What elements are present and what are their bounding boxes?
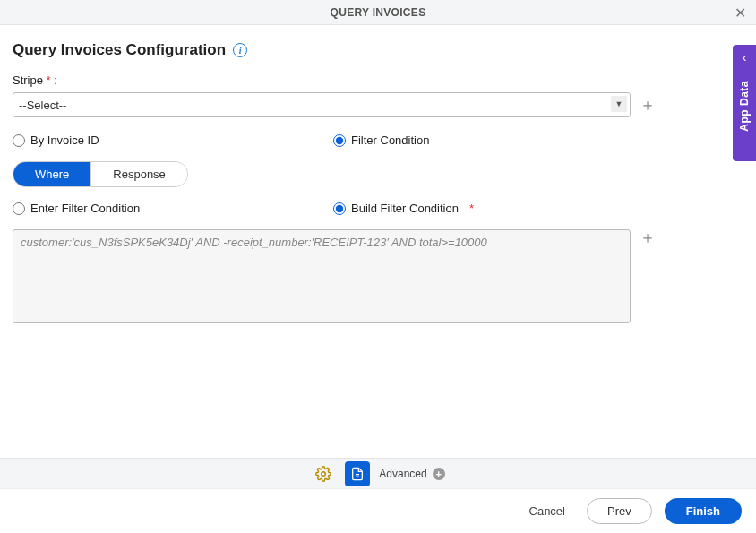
stripe-label: Stripe (13, 73, 43, 87)
close-icon: ✕ (735, 4, 746, 21)
radio-enter-filter-input[interactable] (13, 202, 25, 215)
document-icon (350, 466, 365, 482)
footer: Cancel Prev Finish (0, 488, 756, 533)
radio-by-invoice-id-label: By Invoice ID (30, 133, 99, 147)
svg-point-0 (322, 471, 326, 476)
finish-button[interactable]: Finish (665, 498, 742, 524)
radio-build-filter-input[interactable] (333, 202, 346, 215)
radio-enter-filter[interactable]: Enter Filter Condition (13, 202, 333, 215)
stripe-select-wrapper: ▼ (13, 92, 631, 117)
plus-circle-icon: + (433, 468, 445, 480)
plus-icon: ＋ (640, 227, 656, 248)
tabs: Where Response (13, 161, 188, 187)
filter-mode-radio-row: Enter Filter Condition Build Filter Cond… (13, 202, 743, 215)
plus-icon: ＋ (640, 94, 656, 116)
colon: : (54, 73, 57, 87)
close-button[interactable]: ✕ (731, 4, 749, 21)
required-marker: * (469, 202, 474, 215)
radio-filter-condition-input[interactable] (333, 134, 346, 147)
tab-where[interactable]: Where (13, 162, 90, 186)
gear-icon (315, 466, 331, 482)
radio-filter-condition-label: Filter Condition (351, 133, 429, 147)
add-filter-button[interactable]: ＋ (640, 229, 656, 245)
dialog-title: QUERY INVOICES (331, 6, 426, 19)
cancel-button[interactable]: Cancel (520, 499, 574, 523)
filter-textarea-row: ＋ (13, 229, 743, 323)
info-icon[interactable]: i (233, 43, 247, 57)
radio-enter-filter-label: Enter Filter Condition (30, 202, 140, 215)
dialog-header: QUERY INVOICES ✕ (0, 0, 756, 25)
tab-response[interactable]: Response (90, 162, 187, 186)
advanced-button[interactable]: Advanced + (379, 468, 444, 480)
prev-button[interactable]: Prev (587, 498, 652, 524)
toolbar: Advanced + (0, 458, 756, 488)
document-button[interactable] (345, 461, 370, 486)
radio-by-invoice-id-input[interactable] (13, 134, 25, 147)
app-data-label: App Data (738, 81, 751, 132)
content-area: Query Invoices Configuration i Stripe * … (0, 25, 756, 323)
add-stripe-button[interactable]: ＋ (640, 97, 656, 113)
chevron-left-icon: ‹ (743, 50, 747, 64)
stripe-label-row: Stripe * : (13, 73, 743, 87)
page-title-row: Query Invoices Configuration i (13, 41, 743, 59)
stripe-select[interactable] (13, 92, 631, 117)
radio-filter-condition[interactable]: Filter Condition (333, 133, 429, 147)
page-title: Query Invoices Configuration (13, 41, 226, 59)
stripe-select-row: ▼ ＋ (13, 92, 743, 117)
filter-condition-textarea[interactable] (13, 229, 631, 323)
radio-by-invoice-id[interactable]: By Invoice ID (13, 133, 333, 147)
app-data-side-tab[interactable]: ‹ App Data (733, 45, 756, 161)
settings-button[interactable] (311, 461, 336, 486)
mode-radio-row: By Invoice ID Filter Condition (13, 133, 743, 147)
advanced-label: Advanced (379, 468, 426, 480)
required-marker: * (47, 73, 51, 87)
radio-build-filter-label: Build Filter Condition (351, 202, 459, 215)
radio-build-filter[interactable]: Build Filter Condition * (333, 202, 474, 215)
